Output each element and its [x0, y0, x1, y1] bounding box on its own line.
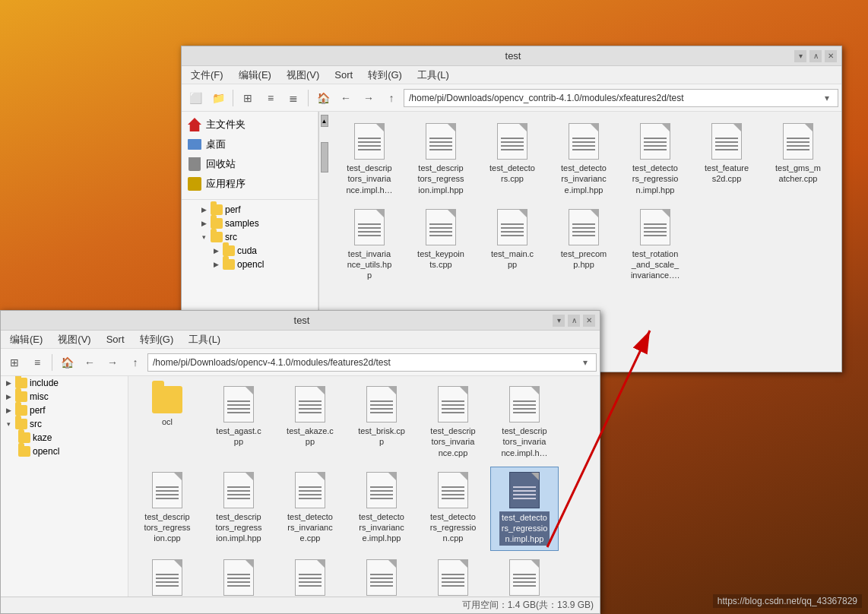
file-icon-5	[711, 123, 742, 160]
file-item-10[interactable]: test_precomp.hpp	[550, 204, 618, 286]
sec-toolbar-grid[interactable]: ⊞	[4, 352, 25, 373]
sec-file-9[interactable]: test_detectors_regression.cpp	[419, 467, 487, 551]
sec-toolbar-home[interactable]: 🏠	[56, 352, 78, 373]
sec-menu-view[interactable]: 视图(V)	[52, 331, 97, 348]
toolbar-home-btn[interactable]: 🏠	[312, 87, 334, 109]
sec-file-12[interactable]: test_fast.cppp	[204, 554, 273, 597]
sec-file-1[interactable]: test_akaze.cpp	[276, 381, 344, 464]
toolbar-list-btn[interactable]: ≡	[260, 87, 281, 109]
apps-icon	[188, 177, 201, 191]
sec-toolbar-up[interactable]: ↑	[125, 352, 146, 373]
tree-src-label: src	[225, 232, 237, 242]
sec-file-icon-4	[509, 386, 540, 423]
file-icon-7	[354, 209, 385, 245]
sec-toolbar-list[interactable]: ≡	[27, 352, 48, 373]
file-item-5[interactable]: test_features2d.cpp	[692, 118, 761, 201]
secondary-address-dropdown[interactable]: ▾	[579, 354, 591, 371]
tree-samples[interactable]: ▶ samples	[182, 217, 318, 230]
sec-menu-sort[interactable]: Sort	[100, 332, 131, 347]
secondary-tree-scroll: ▶ include ▶ misc ▶	[1, 376, 128, 597]
secondary-maximize-button[interactable]: ∧	[568, 315, 580, 327]
secondary-address-bar[interactable]: /home/pi/Downloads/opencv-4.1.0/modules/…	[147, 353, 597, 372]
sec-file-icon-2	[366, 386, 397, 423]
tree-perf[interactable]: ▶ perf	[182, 203, 318, 217]
toolbar-up-btn[interactable]: ↑	[381, 87, 402, 109]
file-item-9[interactable]: test_main.cpp	[478, 204, 546, 286]
menu-view[interactable]: 视图(V)	[280, 67, 325, 84]
sec-file-icon-0	[223, 386, 254, 423]
sec-file-3[interactable]: test_descriptors_invariance.cpp	[419, 381, 487, 464]
file-name-8: test_keypoints.cpp	[417, 248, 464, 271]
tree-opencl-main[interactable]: ▶ opencl	[182, 258, 318, 271]
file-item-11[interactable]: test_rotation_and_scale_invariance….	[621, 204, 689, 286]
sec-file-name-4: test_descriptors_invariance.impl.h…	[501, 426, 547, 458]
main-address-dropdown[interactable]: ▾	[821, 90, 833, 106]
scrollbar-thumb[interactable]	[321, 142, 328, 172]
sec-file-4[interactable]: test_descriptors_invariance.impl.h…	[490, 381, 559, 464]
main-title-controls: ▾ ∧ ✕	[794, 50, 837, 62]
sec-file-2[interactable]: test_brisk.cpp	[347, 381, 416, 464]
sidebar-home[interactable]: 主文件夹	[182, 115, 318, 135]
file-name-3: test_detectors_invariance.impl.hpp	[561, 163, 607, 195]
secondary-minimize-button[interactable]: ▾	[553, 315, 565, 327]
sec-toolbar-forward[interactable]: →	[102, 352, 123, 373]
sec-file-10-selected[interactable]: test_detectors_regression.impl.hpp	[490, 467, 559, 551]
sec-file-11[interactable]: test_drawing.cpp	[133, 554, 201, 597]
menu-file[interactable]: 文件(F)	[185, 67, 230, 84]
sec-file-6[interactable]: test_descriptors_regression.impl.hpp	[204, 467, 273, 551]
main-address-bar[interactable]: /home/pi/Downloads/opencv_contrib-4.1.0/…	[404, 89, 838, 107]
sidebar-trash[interactable]: 回收站	[182, 154, 318, 174]
main-close-button[interactable]: ✕	[825, 50, 837, 62]
expand-arrow-src: ▾	[199, 233, 208, 241]
sec-file-15[interactable]: test_main.cpp	[419, 554, 487, 597]
sidebar-desktop[interactable]: 桌面	[182, 135, 318, 154]
menu-sort[interactable]: Sort	[328, 68, 359, 82]
sec-toolbar-back[interactable]: ←	[79, 352, 100, 373]
main-maximize-button[interactable]: ∧	[809, 50, 822, 62]
sec-file-7[interactable]: test_detectors_invariance.cpp	[276, 467, 344, 551]
toolbar-grid-btn[interactable]: ⊞	[237, 87, 258, 109]
sec-file-5[interactable]: test_descriptors_regression.cpp	[133, 467, 201, 551]
expand-misc: ▶	[4, 393, 13, 400]
sec-file-0[interactable]: test_agast.cpp	[204, 381, 273, 464]
file-item-2[interactable]: test_detectors.cpp	[478, 118, 546, 201]
secondary-status-bar: 可用空间：1.4 GB(共：13.9 GB)	[1, 597, 600, 613]
file-name-4: test_detectors_regression.impl.hpp	[632, 163, 679, 195]
toolbar-back-btn[interactable]: ←	[335, 87, 356, 109]
sec-file-13[interactable]: test_invariance_utils.hp	[276, 554, 344, 597]
toolbar-list2-btn[interactable]: ≣	[283, 87, 304, 109]
sec-file-ocl[interactable]: ocl	[133, 381, 201, 464]
file-item-7[interactable]: test_invariance_utils.hpp	[335, 204, 404, 286]
sec-file-16[interactable]: test_matchers_algorithm	[490, 554, 559, 597]
file-item-3[interactable]: test_detectors_invariance.impl.hpp	[550, 118, 618, 201]
file-name-2: test_detectors.cpp	[489, 163, 535, 185]
sec-menu-edit[interactable]: 编辑(E)	[4, 331, 49, 348]
sec-file-14[interactable]: test_keypoints.cpp	[347, 554, 416, 597]
file-item-8[interactable]: test_keypoints.cpp	[407, 204, 475, 286]
toolbar-panel-btn[interactable]: ⬜	[185, 87, 206, 109]
sec-menu-tools[interactable]: 工具(L)	[182, 331, 227, 348]
file-item-1[interactable]: test_descriptors_regression.impl.hpp	[407, 118, 475, 201]
sidebar-apps[interactable]: 应用程序	[182, 174, 318, 194]
menu-goto[interactable]: 转到(G)	[362, 67, 408, 84]
secondary-close-button[interactable]: ✕	[583, 315, 595, 327]
toolbar-forward-btn[interactable]: →	[358, 87, 379, 109]
menu-tools[interactable]: 工具(L)	[411, 67, 455, 84]
sec-menu-goto[interactable]: 转到(G)	[134, 331, 180, 348]
sec-file-8[interactable]: test_detectors_invariance.impl.hpp	[347, 467, 416, 551]
file-name-7: test_invariance_utils.hpp	[347, 248, 392, 281]
tree-src[interactable]: ▾ src	[182, 230, 318, 244]
tree-kaze-label: kaze	[33, 432, 52, 443]
file-icon-9	[497, 209, 527, 245]
menu-edit[interactable]: 编辑(E)	[233, 67, 277, 84]
main-window-title: test	[232, 50, 794, 62]
file-item-4[interactable]: test_detectors_regression.impl.hpp	[621, 118, 689, 201]
sec-file-name-6: test_descriptors_regression.impl.hpp	[215, 511, 261, 544]
expand-arrow-opencl-main: ▶	[211, 261, 220, 268]
tree-cuda[interactable]: ▶ cuda	[182, 244, 318, 258]
tree-opencl-sec[interactable]: opencl	[1, 445, 128, 458]
toolbar-folder-btn[interactable]: 📁	[207, 87, 229, 109]
file-item-0[interactable]: test_descriptors_invariance.impl.h…	[335, 118, 404, 201]
file-item-6[interactable]: test_gms_matcher.cpp	[764, 118, 832, 201]
main-minimize-button[interactable]: ▾	[794, 50, 806, 62]
